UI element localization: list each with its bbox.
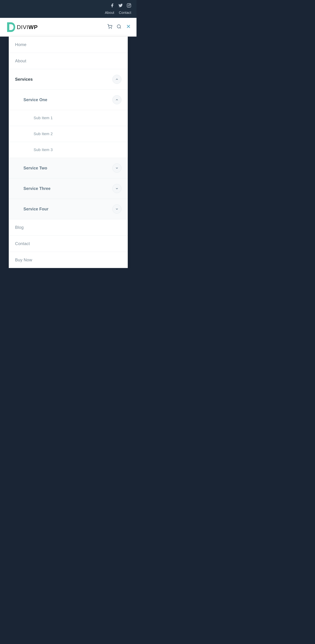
menu-item-home[interactable]: Home xyxy=(9,36,128,53)
twitter-icon[interactable] xyxy=(118,3,123,9)
svg-point-2 xyxy=(130,4,130,4)
service-three-toggle[interactable] xyxy=(112,184,122,193)
menu-item-services[interactable]: Services xyxy=(9,69,128,90)
menu-label-service-three: Service Three xyxy=(19,186,50,191)
menu-item-sub-2[interactable]: Sub Item 2 xyxy=(9,126,128,142)
svg-point-5 xyxy=(117,25,120,28)
menu-label-service-one: Service One xyxy=(19,98,47,102)
dark-background xyxy=(0,268,136,373)
social-icons xyxy=(110,3,131,9)
service-one-toggle[interactable] xyxy=(112,95,122,104)
menu-label-services: Services xyxy=(15,77,33,82)
service-four-toggle[interactable] xyxy=(112,204,122,214)
svg-point-3 xyxy=(109,28,109,28)
menu-item-service-two[interactable]: Service Two xyxy=(9,158,128,178)
menu-label-buy-now: Buy Now xyxy=(15,258,32,262)
menu-label-contact: Contact xyxy=(15,241,30,246)
logo-divi: DIVI xyxy=(17,24,28,30)
top-bar: About Contact xyxy=(0,0,136,18)
logo[interactable]: DIVIWP xyxy=(5,22,38,32)
menu-item-service-three[interactable]: Service Three xyxy=(9,178,128,199)
menu-item-blog[interactable]: Blog xyxy=(9,219,128,236)
search-icon[interactable] xyxy=(116,24,122,30)
mobile-menu: Home About Services Service One Sub Item… xyxy=(9,36,128,268)
svg-line-6 xyxy=(120,28,121,28)
menu-label-about: About xyxy=(15,58,26,63)
services-toggle[interactable] xyxy=(112,75,122,84)
top-nav-contact[interactable]: Contact xyxy=(119,11,131,15)
menu-label-service-four: Service Four xyxy=(19,207,48,212)
menu-item-about[interactable]: About xyxy=(9,53,128,69)
facebook-icon[interactable] xyxy=(110,3,114,9)
menu-label-home: Home xyxy=(15,42,26,47)
cart-icon[interactable] xyxy=(107,24,112,30)
menu-item-buy-now[interactable]: Buy Now xyxy=(9,252,128,268)
top-nav-about[interactable]: About xyxy=(105,11,114,15)
menu-item-service-one[interactable]: Service One xyxy=(9,90,128,110)
logo-text: DIVIWP xyxy=(17,24,38,30)
menu-label-sub-3: Sub Item 3 xyxy=(24,148,53,152)
instagram-icon[interactable] xyxy=(127,3,131,9)
close-icon[interactable] xyxy=(126,24,131,31)
menu-item-sub-3[interactable]: Sub Item 3 xyxy=(9,142,128,158)
site-header: DIVIWP xyxy=(0,18,136,36)
menu-item-contact[interactable]: Contact xyxy=(9,236,128,252)
header-icons xyxy=(107,24,131,31)
svg-rect-0 xyxy=(127,4,131,7)
menu-label-service-two: Service Two xyxy=(19,166,47,170)
logo-d-icon xyxy=(5,22,16,32)
svg-point-4 xyxy=(111,28,112,28)
menu-label-blog: Blog xyxy=(15,225,24,230)
top-nav: About Contact xyxy=(105,11,131,15)
service-two-toggle[interactable] xyxy=(112,164,122,172)
menu-item-sub-1[interactable]: Sub Item 1 xyxy=(9,110,128,126)
menu-item-service-four[interactable]: Service Four xyxy=(9,199,128,219)
menu-label-sub-1: Sub Item 1 xyxy=(24,116,53,120)
logo-wp: WP xyxy=(28,24,38,30)
menu-label-sub-2: Sub Item 2 xyxy=(24,132,53,136)
svg-point-1 xyxy=(128,5,130,6)
